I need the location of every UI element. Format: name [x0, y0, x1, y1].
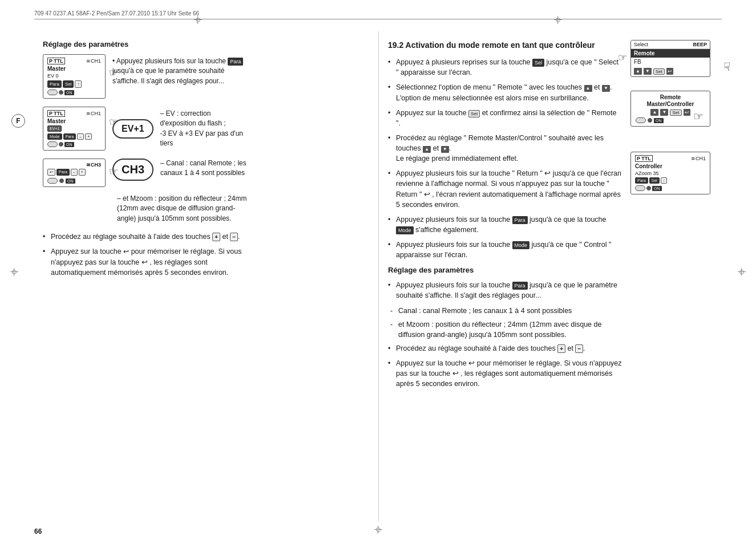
right-bullet-5: Appuyez plusieurs fois sur la touche " R… [388, 168, 622, 210]
right-bullet-3: Appuyez sur la touche Set et confirmez a… [388, 108, 622, 128]
diagram-3-desc: – Canal : canal Remote ; les canaux 1 à … [160, 159, 248, 178]
up-arrow-btn[interactable]: ▲ [634, 68, 642, 75]
header-line: 709 47 0237.A1 58AF-2 Pen/Sam 27.07.2010… [34, 10, 722, 19]
controller-diagram: P TTL ≅CH1 Controller AZoom 35 Para Sel … [630, 152, 719, 194]
diagram-3: ≅CH3 ↩ Para – + ON [43, 159, 106, 187]
right-bullet-1: Appuyez à plusieurs reprises sur la touc… [388, 57, 622, 78]
azoom-label: AZoom 35 [635, 170, 706, 176]
page-divider [378, 31, 379, 521]
right-bullet-4: Procédez au réglage " Remote Master/Cont… [388, 133, 622, 164]
reg-mark-bottom [374, 526, 382, 534]
left-bullet-1: Procédez au réglage souhaité à l'aide de… [43, 232, 248, 242]
left-section-heading: Réglage des paramètres [43, 40, 248, 48]
remote-highlighted: Remote [631, 49, 710, 58]
right-bullet-6: Appuyez plusieurs fois sur la touche Par… [388, 214, 622, 235]
f-label: F [11, 114, 25, 128]
right-bullet-7: Appuyez plusieurs fois sur la touche Mod… [388, 239, 622, 260]
ev-label: EV+1 [112, 119, 153, 139]
set-btn-2[interactable]: Set [670, 109, 681, 116]
beep-label: BEEP [693, 42, 707, 47]
right-dash-1: Canal : canal Remote ; les canaux 1 à 4 … [388, 306, 622, 316]
right-section-title: 19.2 Activation du mode remote en tant q… [388, 40, 622, 50]
page-number: 66 [34, 527, 42, 535]
finger-3: ☞ [109, 165, 118, 178]
reg-mark-right [738, 268, 746, 276]
finger-1: ☞ [109, 67, 118, 79]
finger-right-2: ☞ [693, 109, 756, 123]
finger-2: ☞ [109, 116, 118, 128]
down-arrow-btn-2[interactable]: ▼ [660, 109, 668, 116]
header-text: 709 47 0237.A1 58AF-2 Pen/Sam 27.07.2010… [34, 10, 199, 17]
controller-label: Controller [635, 163, 706, 169]
right-bottom-bullet-2: Appuyez sur la touche ↩ pour mémoriser l… [388, 358, 622, 389]
remote-master-diagram: Remote Master/Controller ▲ ▼ Set ↩ ON ☞ [630, 91, 719, 140]
return-btn-2[interactable]: ↩ [684, 109, 690, 116]
diagram-3-desc2: – et Mzoom : position du réflecteur ; 24… [43, 194, 248, 224]
diagram-2: P TTL ≅CH1 Master EV+1 Mode Para – + [43, 107, 106, 151]
select-label: Select [634, 42, 648, 47]
diagram-1: P TTL ≅CH1 Master EV 0 Para Sel ↑ [43, 54, 106, 99]
select-beep-diagram: Select BEEP Remote FB ▲ ▼ Set ↩ ☞ ☟ [630, 40, 719, 77]
fb-label: FB [631, 58, 710, 66]
remote-label: Remote [636, 94, 705, 100]
finger-right-1b: ☟ [723, 60, 730, 74]
right-dash-2: et Mzoom : position du réflecteur ; 24mm… [388, 319, 622, 340]
right-diagrams: Select BEEP Remote FB ▲ ▼ Set ↩ ☞ ☟ [630, 40, 719, 194]
down-arrow-btn[interactable]: ▼ [644, 68, 652, 75]
ch3-label: CH3 [112, 159, 153, 181]
diagram-1-wrapper: P TTL ≅CH1 Master EV 0 Para Sel ↑ [43, 54, 248, 99]
diagram-3-wrapper: ≅CH3 ↩ Para – + ON ☞ CH3 [43, 159, 248, 187]
right-bullet-2: Sélectionnez l'option de menu " Remote "… [388, 82, 622, 103]
right-reglage-bullet-1: Appuyez plusieurs fois sur la touche Par… [388, 280, 622, 301]
left-column: Réglage des paramètres P TTL ≅CH1 Master… [43, 40, 248, 282]
right-reglage-heading: Réglage des paramètres [388, 266, 622, 274]
right-text-content: 19.2 Activation du mode remote en tant q… [388, 40, 622, 389]
diagram-1-desc: • Appuyez plusieurs fois sur la touche P… [112, 54, 248, 86]
master-controller-label: Master/Controller [636, 101, 705, 107]
left-bullet-2: Appuyez sur la touche ↩ pour mémoriser l… [43, 246, 248, 278]
up-arrow-btn-2[interactable]: ▲ [650, 109, 658, 116]
right-bottom-bullet-1: Procédez au réglage souhaité à l'aide de… [388, 343, 622, 354]
diagram-2-wrapper: P TTL ≅CH1 Master EV+1 Mode Para – + [43, 107, 248, 151]
diagram-2-desc: – EV : correction d'exposition du flash … [160, 109, 248, 149]
return-btn-1[interactable]: ↩ [666, 68, 673, 75]
set-btn-1[interactable]: Set [653, 68, 665, 75]
right-column: Select BEEP Remote FB ▲ ▼ Set ↩ ☞ ☟ [388, 40, 719, 393]
reg-mark-left [10, 268, 18, 276]
